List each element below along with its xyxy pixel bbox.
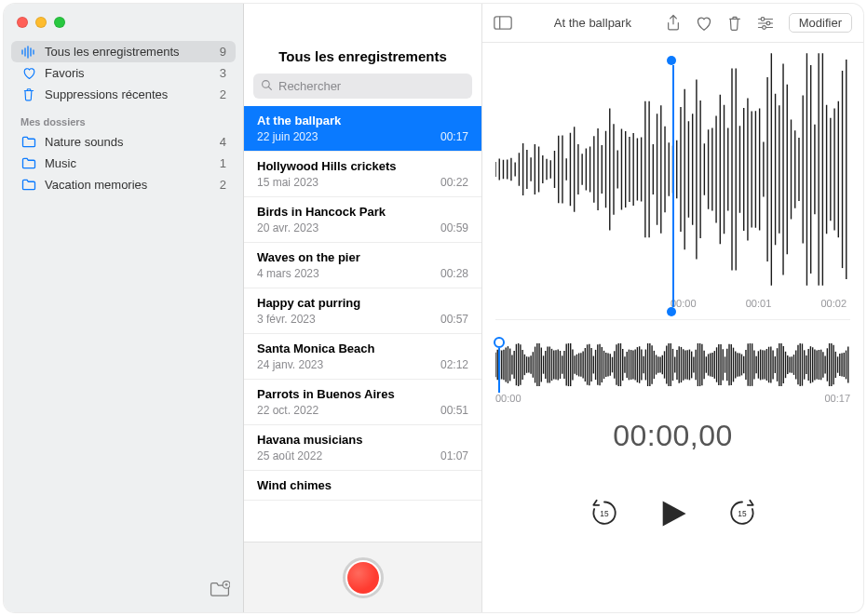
recording-title: Waves on the pier [257,250,468,264]
close-window-button[interactable] [17,17,28,28]
sidebar-item-label: Nature sounds [45,135,212,149]
toggle-sidebar-button[interactable] [494,16,520,30]
sidebar-item-count: 9 [220,45,226,59]
sidebar-item-all-recordings[interactable]: Tous les enregistrements 9 [11,41,236,62]
record-button[interactable] [343,557,384,598]
folder-icon [20,136,37,148]
recording-date: 25 août 2022 [257,449,322,462]
toolbar-actions: Modifier [666,13,852,33]
recording-date: 4 mars 2023 [257,267,319,280]
minimize-window-button[interactable] [35,17,47,28]
overview-time-end: 00:17 [824,393,850,404]
overview-timecodes: 00:00 00:17 [495,393,850,404]
waveform-overview[interactable]: 00:00 00:17 [495,342,850,398]
recording-meta: 25 août 202201:07 [257,449,468,462]
waveform-icon [20,46,37,59]
sidebar-item-count: 2 [220,178,226,192]
sidebar-folder-nature-sounds[interactable]: Nature sounds 4 [11,131,236,153]
sidebar-item-recently-deleted[interactable]: Suppressions récentes 2 [11,84,236,105]
recording-row[interactable]: Waves on the pier4 mars 202300:28 [244,243,481,288]
fullscreen-window-button[interactable] [54,17,65,28]
recording-row[interactable]: Havana musicians25 août 202201:07 [244,425,481,471]
recording-date: 3 févr. 2023 [257,313,316,326]
delete-button[interactable] [727,15,742,32]
share-button[interactable] [666,14,681,32]
recording-duration: 00:51 [440,404,468,417]
recording-duration: 00:22 [440,176,468,189]
overview-playhead[interactable] [499,337,505,393]
recording-row[interactable]: Happy cat purring3 févr. 202300:57 [244,288,481,334]
recording-row[interactable]: Parrots in Buenos Aires22 oct. 202200:51 [244,380,481,425]
toolbar: At the ballpark Modifier [482,4,863,43]
recording-meta: 3 févr. 202300:57 [257,313,468,326]
recording-duration: 01:07 [440,449,468,462]
play-button[interactable] [657,498,689,529]
current-time-display: 00:00,00 [495,419,850,453]
sidebar-item-label: Music [45,156,212,170]
timecode-2: 00:02 [820,298,847,309]
recording-duration: 00:28 [440,267,468,280]
recording-meta: 20 avr. 202300:59 [257,221,468,234]
overview-time-start: 00:00 [495,393,522,404]
playhead-knob-top [667,56,676,65]
sidebar-item-label: Suppressions récentes [45,87,212,101]
recording-row[interactable]: Birds in Hancock Park20 avr. 202300:59 [244,197,481,243]
playhead[interactable] [672,56,674,316]
favorite-button[interactable] [696,16,712,31]
search-field[interactable] [253,74,472,99]
recording-date: 20 avr. 2023 [257,221,318,234]
recording-meta: 22 oct. 202200:51 [257,404,468,417]
sidebar-folder-music[interactable]: Music 1 [11,153,236,174]
svg-line-9 [268,87,271,89]
svg-marker-279 [662,501,685,526]
sidebar-item-count: 3 [220,66,226,80]
record-button-inner [347,562,379,594]
recording-title: Hollywood Hills crickets [257,159,468,173]
recording-title: Havana musicians [257,433,468,447]
overview-playhead-knob [494,337,505,348]
sidebar-sources: Tous les enregistrements 9 Favoris 3 Sup… [4,37,243,612]
sidebar-item-count: 2 [220,87,226,101]
recording-meta: 22 juin 202300:17 [257,130,468,143]
recording-date: 22 juin 2023 [257,130,318,143]
skip-back-button[interactable]: 15 [590,499,618,529]
edit-button[interactable]: Modifier [789,13,852,33]
app-window: Tous les enregistrements 9 Favoris 3 Sup… [4,4,863,612]
recording-title: Santa Monica Beach [257,341,468,355]
recording-row[interactable]: At the ballpark22 juin 202300:17 [244,106,481,152]
recording-duration: 02:12 [440,358,468,371]
sidebar-item-count: 4 [220,135,226,149]
svg-point-15 [766,21,770,25]
folder-icon [20,179,37,191]
recordings-header: Tous les enregistrements [244,43,481,74]
overview-playhead-line [498,348,500,393]
sidebar-folder-vacation-memories[interactable]: Vacation memories 2 [11,174,236,195]
recording-title: Happy cat purring [257,296,468,310]
recording-title: Parrots in Buenos Aires [257,387,468,401]
recording-duration: 00:17 [440,130,468,143]
recording-title: Wind chimes [257,478,468,492]
sidebar-item-favorites[interactable]: Favoris 3 [11,62,236,84]
window-controls [4,4,243,37]
middle-titlebar-spacer [244,4,481,43]
skip-forward-button[interactable]: 15 [728,499,756,529]
detail-title: At the ballpark [527,16,658,30]
sidebar-item-label: Tous les enregistrements [45,45,212,59]
recording-row[interactable]: Wind chimes [244,471,481,501]
search-input[interactable] [278,79,465,93]
recordings-list[interactable]: At the ballpark22 juin 202300:17Hollywoo… [244,106,481,542]
recording-meta: 15 mai 202300:22 [257,176,468,189]
svg-text:15: 15 [738,509,747,518]
recordings-column: Tous les enregistrements At the ballpark… [244,4,482,612]
settings-button[interactable] [757,17,774,30]
recording-duration: 00:57 [440,313,468,326]
new-folder-button[interactable] [210,581,230,601]
recording-title: At the ballpark [257,114,468,127]
recording-meta: 4 mars 202300:28 [257,267,468,280]
waveform-main[interactable]: 00:00 00:01 00:02 [495,48,850,320]
trash-icon [20,87,37,101]
timecode-1: 00:01 [746,298,772,309]
recording-duration: 00:59 [440,221,468,234]
recording-row[interactable]: Santa Monica Beach24 janv. 202302:12 [244,334,481,380]
recording-row[interactable]: Hollywood Hills crickets15 mai 202300:22 [244,152,481,197]
